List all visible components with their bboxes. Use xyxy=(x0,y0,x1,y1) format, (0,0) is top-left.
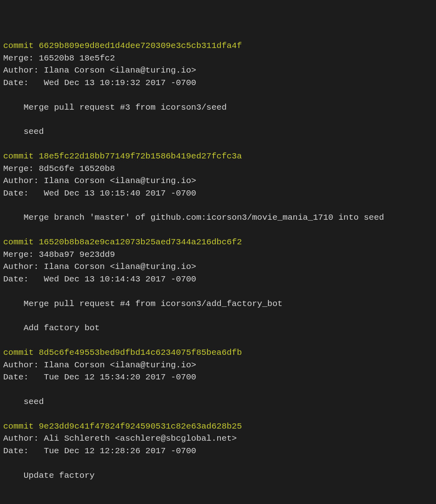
blank-line xyxy=(3,408,433,420)
blank-line xyxy=(3,384,433,396)
commit-author-line: Author: Ilana Corson <ilana@turing.io> xyxy=(3,359,433,371)
commit-message-line: Merge branch 'master' of github.com:icor… xyxy=(3,212,433,224)
commit-message-line: seed xyxy=(3,396,433,408)
blank-line xyxy=(3,89,433,101)
commit-message-line: Merge pull request #4 from icorson3/add_… xyxy=(3,298,433,310)
commit-hash-line: commit 18e5fc22d18bb77149f72b1586b419ed2… xyxy=(3,150,433,162)
commit-author-line: Author: Ali Schlereth <aschlere@sbcgloba… xyxy=(3,433,433,445)
blank-line xyxy=(3,200,433,212)
blank-line xyxy=(3,224,433,236)
commit-message-line: Add factory bot xyxy=(3,322,433,334)
blank-line xyxy=(3,335,433,347)
commit-hash-line: commit 16520b8b8a2e9ca12073b25aed7344a21… xyxy=(3,236,433,248)
blank-line xyxy=(3,310,433,322)
blank-line xyxy=(3,138,433,150)
commit-author-line: Author: Ilana Corson <ilana@turing.io> xyxy=(3,175,433,187)
commit-merge-line: Merge: 348ba97 9e23dd9 xyxy=(3,249,433,261)
commit-date-line: Date: Tue Dec 12 15:34:20 2017 -0700 xyxy=(3,371,433,383)
blank-line xyxy=(3,457,433,469)
blank-line xyxy=(3,285,433,298)
commit-merge-line: Merge: 16520b8 18e5fc2 xyxy=(3,52,433,65)
commit-hash-line: commit 6629b809e9d8ed1d4dee720309e3c5cb3… xyxy=(3,40,433,52)
blank-line xyxy=(3,114,433,126)
commit-date-line: Date: Wed Dec 13 10:15:40 2017 -0700 xyxy=(3,187,433,200)
commit-date-line: Date: Tue Dec 12 12:28:26 2017 -0700 xyxy=(3,445,433,457)
commit-author-line: Author: Ilana Corson <ilana@turing.io> xyxy=(3,65,433,77)
commit-message-line: Merge pull request #3 from icorson3/seed xyxy=(3,102,433,114)
commit-hash-line: commit 8d5c6fe49553bed9dfbd14c6234075f85… xyxy=(3,347,433,359)
commit-date-line: Date: Wed Dec 13 10:19:32 2017 -0700 xyxy=(3,77,433,89)
commit-message-line: Update factory xyxy=(3,470,433,482)
commit-author-line: Author: Ilana Corson <ilana@turing.io> xyxy=(3,261,433,273)
commit-message-line: seed xyxy=(3,126,433,138)
git-log-output: commit 6629b809e9d8ed1d4dee720309e3c5cb3… xyxy=(3,40,433,482)
commit-merge-line: Merge: 8d5c6fe 16520b8 xyxy=(3,163,433,175)
commit-hash-line: commit 9e23dd9c41f47824f924590531c82e63a… xyxy=(3,421,433,433)
commit-date-line: Date: Wed Dec 13 10:14:43 2017 -0700 xyxy=(3,273,433,285)
